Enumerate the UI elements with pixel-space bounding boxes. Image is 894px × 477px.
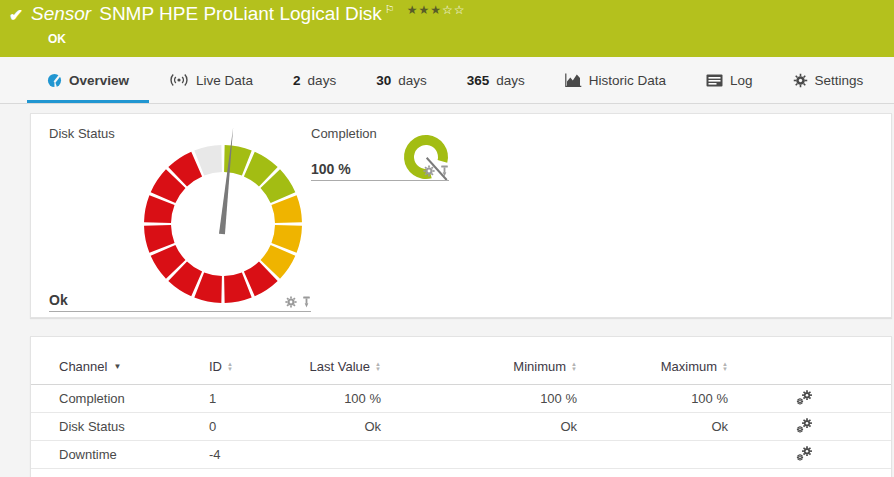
tab-overview[interactable]: Overview [27, 57, 149, 103]
status-check-icon: ✔ [9, 5, 23, 26]
tab-bar: OverviewLive Data2days30days365daysHisto… [0, 57, 894, 104]
cell-channel: Completion [59, 391, 209, 406]
tab-365-days[interactable]: 365days [447, 57, 545, 103]
star-filled-icon[interactable]: ★ [419, 3, 431, 17]
overview-gauges-panel: Disk Status Completion Ok 100 % [30, 113, 892, 318]
disk-status-value-row: Ok [49, 292, 311, 312]
sort-desc-icon: ▼ [113, 363, 121, 371]
live-data-icon [169, 73, 189, 87]
column-header-minimum[interactable]: Minimum▲▼ [381, 359, 577, 374]
sensor-status-badge: OK [48, 32, 66, 46]
channels-table: Channel▼ID▲▼Last Value▲▼Minimum▲▼Maximum… [31, 337, 891, 469]
table-header-row: Channel▼ID▲▼Last Value▲▼Minimum▲▼Maximum… [31, 349, 891, 385]
cell-minimum: 100 % [381, 391, 577, 406]
completion-value: 100 % [311, 161, 351, 177]
historic-data-icon [565, 73, 582, 87]
table-row-disk-status[interactable]: Disk Status0OkOkOk [31, 413, 891, 441]
cell-channel: Downtime [59, 447, 209, 462]
gear-icon[interactable] [285, 296, 297, 308]
gear-icon[interactable] [423, 165, 435, 177]
column-header-id[interactable]: ID▲▼ [209, 359, 299, 374]
disk-status-value: Ok [49, 292, 68, 308]
tab-30-days[interactable]: 30days [356, 57, 447, 103]
cell-maximum: Ok [577, 419, 728, 434]
cell-minimum: Ok [381, 419, 577, 434]
tab-live-data[interactable]: Live Data [149, 57, 273, 103]
log-icon [706, 74, 723, 87]
cell-last-value: Ok [299, 419, 381, 434]
completion-gauge-label: Completion [311, 126, 377, 141]
priority-stars[interactable]: ★★★☆☆ [407, 3, 466, 17]
column-header-channel[interactable]: Channel▼ [59, 359, 209, 374]
gauge-icon [47, 73, 62, 88]
star-empty-icon[interactable]: ☆ [454, 3, 466, 17]
column-header-last-value[interactable]: Last Value▲▼ [299, 359, 381, 374]
sort-both-icon: ▲▼ [227, 362, 233, 372]
channel-settings-gears-icon[interactable] [796, 446, 813, 461]
sensor-header: ✔ Sensor SNMP HPE ProLiant Logical Disk … [0, 0, 894, 57]
disk-status-gauge [123, 114, 323, 306]
tab-2-days[interactable]: 2days [273, 57, 356, 103]
cell-channel: Disk Status [59, 419, 209, 434]
page-title: SNMP HPE ProLiant Logical Disk [99, 3, 382, 25]
pin-icon[interactable] [440, 165, 449, 177]
gear-icon [793, 73, 808, 88]
cell-last-value: 100 % [299, 391, 381, 406]
star-filled-icon[interactable]: ★ [407, 3, 419, 17]
tab-historic-data[interactable]: Historic Data [545, 57, 686, 103]
cell-id: -4 [209, 447, 299, 462]
channel-settings-gears-icon[interactable] [796, 390, 813, 405]
flag-marker-icon[interactable]: ⚐ [385, 3, 395, 16]
column-header-maximum[interactable]: Maximum▲▼ [577, 359, 728, 374]
table-row-downtime[interactable]: Downtime-4 [31, 441, 891, 469]
tab-settings[interactable]: Settings [773, 57, 884, 103]
completion-gauge [391, 122, 461, 192]
star-filled-icon[interactable]: ★ [430, 3, 442, 17]
sort-both-icon: ▲▼ [722, 362, 728, 372]
cell-id: 0 [209, 419, 299, 434]
object-kind-label: Sensor [31, 3, 91, 25]
disk-status-gauge-label: Disk Status [49, 126, 115, 141]
completion-value-row: 100 % [311, 161, 449, 181]
tab-log[interactable]: Log [686, 57, 773, 103]
table-row-completion[interactable]: Completion1100 %100 %100 % [31, 385, 891, 413]
channels-table-panel: Channel▼ID▲▼Last Value▲▼Minimum▲▼Maximum… [30, 336, 892, 477]
star-empty-icon[interactable]: ☆ [442, 3, 454, 17]
pin-icon[interactable] [302, 296, 311, 308]
cell-id: 1 [209, 391, 299, 406]
cell-maximum: 100 % [577, 391, 728, 406]
channel-settings-gears-icon[interactable] [796, 418, 813, 433]
